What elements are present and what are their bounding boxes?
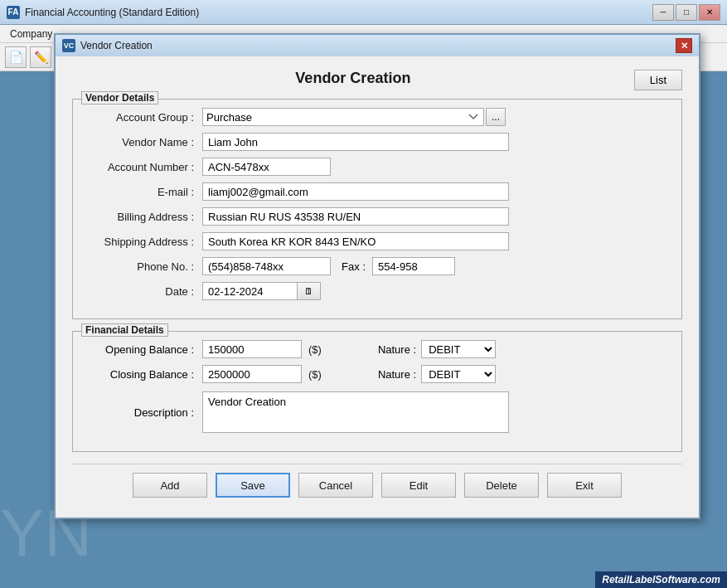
fax-label: Fax : (331, 260, 372, 273)
closing-balance-label: Closing Balance : (86, 368, 202, 381)
edit-document-button[interactable]: ✏️ (30, 46, 51, 68)
new-document-button[interactable]: 📄 (5, 46, 27, 68)
app-titlebar: FA Financial Accounting (Standard Editio… (0, 0, 727, 25)
date-input[interactable] (202, 282, 298, 300)
opening-nature-label: Nature : (378, 343, 416, 356)
minimize-button[interactable]: ─ (652, 4, 674, 21)
date-container: 🗓 (202, 282, 321, 300)
opening-balance-row: Opening Balance : ($) Nature : DEBIT CRE… (86, 340, 668, 358)
exit-button[interactable]: Exit (547, 473, 622, 498)
account-group-label: Account Group : (86, 111, 202, 124)
phone-fax-row: Phone No. : Fax : (86, 257, 668, 275)
app-title: Financial Accounting (Standard Edition) (25, 7, 652, 18)
phone-input[interactable] (202, 257, 331, 275)
closing-currency-symbol: ($) (308, 368, 322, 381)
edit-button[interactable]: Edit (381, 473, 456, 498)
date-row: Date : 🗓 (86, 282, 668, 300)
date-label: Date : (86, 285, 202, 298)
billing-address-label: Billing Address : (86, 211, 202, 223)
vendor-name-input[interactable] (202, 133, 509, 151)
billing-address-input[interactable] (202, 207, 509, 226)
close-button[interactable]: ✕ (699, 4, 720, 21)
add-button[interactable]: Add (133, 473, 207, 498)
list-button[interactable]: List (634, 70, 682, 90)
opening-nature-select[interactable]: DEBIT CREDIT (421, 340, 496, 358)
dialog-title: Vendor Creation (80, 40, 676, 51)
dialog-body: List Vendor Creation Vendor Details Acco… (56, 56, 699, 518)
company-menu[interactable]: Company (3, 27, 59, 41)
financial-details-section: Financial Details Opening Balance : ($) … (72, 331, 682, 452)
account-group-select[interactable]: Purchase (202, 108, 484, 126)
account-number-row: Account Number : (86, 158, 668, 176)
billing-address-row: Billing Address : (86, 207, 668, 226)
app-icon: FA (7, 6, 20, 19)
dialog-header: List Vendor Creation (72, 70, 682, 99)
opening-balance-label: Opening Balance : (86, 343, 202, 356)
email-label: E-mail : (86, 186, 202, 198)
delete-button[interactable]: Delete (464, 473, 539, 498)
vendor-details-label: Vendor Details (81, 91, 158, 104)
account-group-container: Purchase ... (202, 108, 506, 126)
dialog-main-heading: Vendor Creation (72, 70, 682, 87)
vendor-name-label: Vendor Name : (86, 136, 202, 148)
email-row: E-mail : (86, 182, 668, 201)
maximize-button[interactable]: □ (676, 4, 697, 21)
fax-input[interactable] (372, 257, 455, 275)
description-row: Description : Vendor Creation (86, 391, 668, 433)
vendor-name-row: Vendor Name : (86, 133, 668, 151)
account-group-row: Account Group : Purchase ... (86, 108, 668, 126)
closing-nature-label: Nature : (378, 368, 416, 381)
shipping-address-input[interactable] (202, 232, 509, 250)
opening-balance-input[interactable] (202, 340, 302, 358)
vendor-details-section: Vendor Details Account Group : Purchase … (72, 99, 682, 319)
branding-text: RetailLabelSoftware.com (602, 574, 720, 586)
button-bar: Add Save Cancel Edit Delete Exit (72, 464, 682, 504)
cancel-button[interactable]: Cancel (298, 473, 373, 498)
calendar-button[interactable]: 🗓 (298, 282, 321, 300)
account-number-label: Account Number : (86, 161, 202, 173)
vendor-creation-dialog: VC Vendor Creation ✕ List Vendor Creatio… (54, 33, 700, 519)
closing-nature-select[interactable]: DEBIT CREDIT (421, 365, 496, 383)
closing-balance-input[interactable] (202, 365, 302, 383)
app-window: YN FA Financial Accounting (Standard Edi… (0, 0, 727, 588)
shipping-address-label: Shipping Address : (86, 236, 202, 248)
closing-balance-row: Closing Balance : ($) Nature : DEBIT CRE… (86, 365, 668, 383)
phone-label: Phone No. : (86, 260, 202, 273)
dialog-titlebar: VC Vendor Creation ✕ (56, 35, 699, 56)
account-number-input[interactable] (202, 158, 331, 176)
financial-details-label: Financial Details (81, 323, 168, 337)
opening-currency-symbol: ($) (308, 343, 322, 356)
titlebar-controls: ─ □ ✕ (652, 4, 720, 21)
dialog-icon: VC (62, 39, 75, 52)
save-button[interactable]: Save (216, 473, 290, 498)
dialog-close-button[interactable]: ✕ (676, 38, 692, 53)
description-textarea[interactable]: Vendor Creation (202, 391, 509, 433)
email-input[interactable] (202, 182, 509, 201)
shipping-address-row: Shipping Address : (86, 232, 668, 250)
account-group-ellipsis-button[interactable]: ... (486, 108, 506, 126)
branding-footer: RetailLabelSoftware.com (595, 571, 727, 588)
description-label: Description : (86, 406, 202, 419)
